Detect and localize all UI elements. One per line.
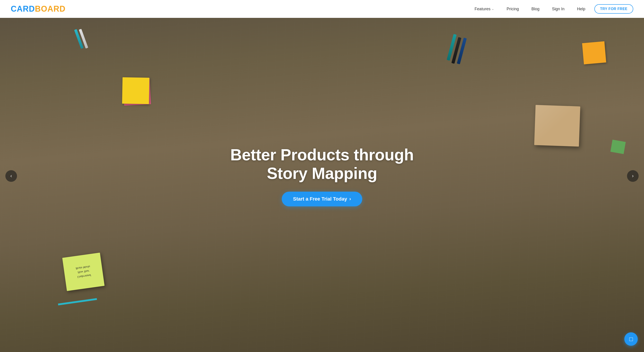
features-link[interactable]: Features ⌄ — [474, 7, 494, 11]
sticky-note-text: Understand How Your Brain Works — [72, 261, 94, 282]
hero-title-line2: Story Mapping — [267, 164, 377, 182]
chevron-down-icon: ⌄ — [492, 7, 494, 10]
carousel-next-button[interactable]: › — [627, 170, 639, 182]
blog-link[interactable]: Blog — [531, 7, 539, 11]
logo-card-text: CARD — [11, 4, 35, 14]
next-arrow-icon: › — [632, 173, 634, 179]
hero-content: Better Products through Story Mapping St… — [226, 141, 418, 211]
try-free-button[interactable]: TRY FOR FREE — [594, 4, 633, 14]
hero-section: Understand How Your Brain Works ‹ Better… — [0, 0, 644, 352]
hero-cta-button[interactable]: Start a Free Trial Today › — [282, 192, 362, 206]
blog-label: Blog — [531, 7, 539, 11]
carousel-prev-button[interactable]: ‹ — [5, 170, 17, 182]
cta-arrow-icon: › — [349, 196, 351, 202]
prev-arrow-icon: ‹ — [10, 173, 12, 179]
nav-links: Features ⌄ Pricing Blog Sign In Help — [474, 7, 585, 11]
nav-item-signin[interactable]: Sign In — [552, 7, 564, 11]
help-label: Help — [577, 7, 586, 11]
sticky-note-orange-top-right — [582, 41, 606, 64]
pricing-link[interactable]: Pricing — [506, 7, 519, 11]
help-link[interactable]: Help — [577, 7, 586, 11]
nav-item-help[interactable]: Help — [577, 7, 586, 11]
hero-title: Better Products through Story Mapping — [230, 146, 414, 183]
chat-icon: □ — [629, 336, 633, 343]
features-label: Features — [474, 7, 490, 11]
logo[interactable]: CARDBOARD — [11, 4, 66, 14]
signin-label: Sign In — [552, 7, 564, 11]
chat-bubble-button[interactable]: □ — [624, 332, 638, 346]
hero-title-line1: Better Products through — [230, 146, 414, 164]
nav-item-pricing[interactable]: Pricing — [506, 7, 519, 11]
navigation: CARDBOARD Features ⌄ Pricing Blog Sign I… — [0, 0, 644, 18]
nav-item-blog[interactable]: Blog — [531, 7, 539, 11]
notebook-right — [534, 105, 580, 147]
pricing-label: Pricing — [506, 7, 519, 11]
sticky-note-green — [610, 140, 626, 154]
signin-link[interactable]: Sign In — [552, 7, 564, 11]
sticky-note-yellow — [122, 77, 149, 104]
hero-cta-label: Start a Free Trial Today — [293, 196, 347, 202]
nav-item-features[interactable]: Features ⌄ — [474, 7, 494, 11]
logo-board-text: BOARD — [35, 4, 66, 14]
sticky-note-stack — [122, 77, 152, 107]
sticky-note-foreground: Understand How Your Brain Works — [62, 253, 104, 291]
